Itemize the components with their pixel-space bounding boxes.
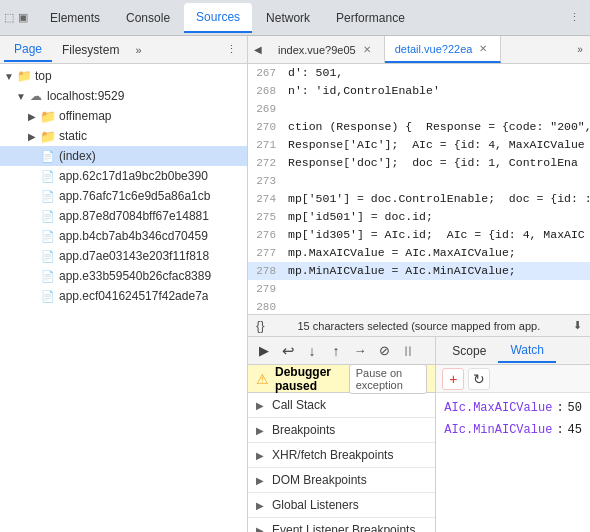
tab-elements[interactable]: Elements <box>38 3 112 33</box>
code-line-274: 274 mp['501'] = doc.ControlEnable; doc =… <box>248 190 590 208</box>
step-over-button[interactable]: ↩ <box>278 341 298 361</box>
watch-colon-0: : <box>556 398 563 418</box>
status-bar: {} 15 characters selected (source mapped… <box>248 314 590 336</box>
accordion-xhr-breakpoints: ▶ XHR/fetch Breakpoints <box>248 443 435 468</box>
code-line-278: 278 mp.MinAICValue = AIc.MinAICValue; <box>248 262 590 280</box>
deactivate-breakpoints-button[interactable]: ⊘ <box>374 341 394 361</box>
accordion-header-global-listeners[interactable]: ▶ Global Listeners <box>248 493 435 517</box>
accordion-title-event-listener-breakpoints: Event Listener Breakpoints <box>272 523 415 532</box>
watch-items-list: AIc.MaxAICValue : 50 AIc.MinAICValue : 4… <box>436 393 590 532</box>
accordion-arrow-breakpoints: ▶ <box>256 425 268 436</box>
more-tabs-icon[interactable]: ⋮ <box>563 11 586 24</box>
tree-item-app2[interactable]: ▶ 📄 app.76afc71c6e9d5a86a1cb <box>0 186 247 206</box>
tree-item-static[interactable]: ▶ 📁 static <box>0 126 247 146</box>
tree-item-offinemap[interactable]: ▶ 📁 offinemap <box>0 106 247 126</box>
watch-colon-1: : <box>556 420 563 440</box>
tab-performance[interactable]: Performance <box>324 3 417 33</box>
tree-item-app7[interactable]: ▶ 📄 app.ecf041624517f42ade7a <box>0 286 247 306</box>
sub-tab-filesystem[interactable]: Filesystem <box>52 39 129 61</box>
accordion-dom-breakpoints: ▶ DOM Breakpoints <box>248 468 435 493</box>
bottom-right: Scope Watch + ↻ AIc.MaxAICValue : 50 <box>436 337 590 532</box>
tree-item-app4[interactable]: ▶ 📄 app.b4cb7ab4b346cd70459 <box>0 226 247 246</box>
watch-refresh-button[interactable]: ↻ <box>468 368 490 390</box>
file-tree: ▼ 📁 top ▼ ☁ localhost:9529 ▶ 📁 offinemap <box>0 64 247 532</box>
tree-arrow-offinemap: ▶ <box>28 111 40 122</box>
source-tab-left-arrow[interactable]: ◀ <box>248 36 268 63</box>
scope-tab[interactable]: Scope <box>440 340 498 362</box>
accordion-arrow-global-listeners: ▶ <box>256 500 268 511</box>
status-right-icon[interactable]: ⬇ <box>573 319 582 332</box>
tree-label-top: top <box>35 69 52 83</box>
sub-tab-page[interactable]: Page <box>4 38 52 62</box>
accordion-header-xhr-breakpoints[interactable]: ▶ XHR/fetch Breakpoints <box>248 443 435 467</box>
accordion-header-dom-breakpoints[interactable]: ▶ DOM Breakpoints <box>248 468 435 492</box>
resume-button[interactable]: ▶ <box>254 341 274 361</box>
tree-arrow-top: ▼ <box>4 71 16 82</box>
step-into-button[interactable]: ↓ <box>302 341 322 361</box>
accordion-breakpoints: ▶ Breakpoints <box>248 418 435 443</box>
accordion-arrow-dom-breakpoints: ▶ <box>256 475 268 486</box>
pause-on-exception-input[interactable]: Pause on exception <box>349 364 428 394</box>
code-line-279: 279 <box>248 280 590 298</box>
code-line-272: 272 Response['doc']; doc = {id: 1, Contr… <box>248 154 590 172</box>
source-tab-detail-vue-label: detail.vue?22ea <box>395 43 473 55</box>
left-panel: Page Filesystem » ⋮ ▼ 📁 top ▼ ☁ localhos… <box>0 36 248 532</box>
tab-console[interactable]: Console <box>114 3 182 33</box>
source-tab-index-vue-close[interactable]: ✕ <box>360 43 374 57</box>
folder-icon: 📁 <box>16 68 32 84</box>
devtools-dock-icon[interactable]: ▣ <box>18 11 28 24</box>
tree-label-offinemap: offinemap <box>59 109 111 123</box>
accordion-arrow-call-stack: ▶ <box>256 400 268 411</box>
tab-sources[interactable]: Sources <box>184 3 252 33</box>
file-icon-app5: 📄 <box>40 248 56 264</box>
tree-label-app7: app.ecf041624517f42ade7a <box>59 289 208 303</box>
source-tab-detail-vue[interactable]: detail.vue?22ea ✕ <box>385 36 502 63</box>
accordion-header-event-listener-breakpoints[interactable]: ▶ Event Listener Breakpoints <box>248 518 435 532</box>
pretty-print-icon[interactable]: {} <box>256 318 265 333</box>
sub-tab-more-icon[interactable]: » <box>129 40 147 60</box>
tree-item-app3[interactable]: ▶ 📄 app.87e8d7084bff67e14881 <box>0 206 247 226</box>
tree-item-app1[interactable]: ▶ 📄 app.62c17d1a9bc2b0be390 <box>0 166 247 186</box>
pause-on-exceptions-button[interactable]: ⏸ <box>398 341 418 361</box>
code-line-268: 268 n': 'id,ControlEnable' <box>248 82 590 100</box>
watch-add-button[interactable]: + <box>442 368 464 390</box>
debugger-paused-label: Debugger paused <box>275 365 343 393</box>
file-icon-app4: 📄 <box>40 228 56 244</box>
devtools-undock-icon[interactable]: ⬚ <box>4 11 14 24</box>
tree-label-static: static <box>59 129 87 143</box>
tree-arrow-localhost: ▼ <box>16 91 28 102</box>
accordion-title-global-listeners: Global Listeners <box>272 498 359 512</box>
tree-item-index[interactable]: ▶ 📄 (index) <box>0 146 247 166</box>
tree-label-app6: app.e33b59540b26cfac8389 <box>59 269 211 283</box>
accordion-title-breakpoints: Breakpoints <box>272 423 335 437</box>
source-tab-detail-vue-close[interactable]: ✕ <box>476 42 490 56</box>
main-layout: Page Filesystem » ⋮ ▼ 📁 top ▼ ☁ localhos… <box>0 36 590 532</box>
accordion-header-call-stack[interactable]: ▶ Call Stack <box>248 393 435 417</box>
bottom-panel: ▶ ↩ ↓ ↑ → ⊘ ⏸ ⚠ Debugger paused Pause on… <box>248 336 590 532</box>
step-out-button[interactable]: ↑ <box>326 341 346 361</box>
code-line-269: 269 <box>248 100 590 118</box>
accordion-arrow-xhr-breakpoints: ▶ <box>256 450 268 461</box>
tree-item-app6[interactable]: ▶ 📄 app.e33b59540b26cfac8389 <box>0 266 247 286</box>
watch-item-0: AIc.MaxAICValue : 50 <box>444 397 582 419</box>
tree-item-top[interactable]: ▼ 📁 top <box>0 66 247 86</box>
source-tab-index-vue-label: index.vue?9e05 <box>278 44 356 56</box>
tree-item-localhost[interactable]: ▼ ☁ localhost:9529 <box>0 86 247 106</box>
file-icon-app2: 📄 <box>40 188 56 204</box>
folder-icon-offinemap: 📁 <box>40 108 56 124</box>
tab-network[interactable]: Network <box>254 3 322 33</box>
code-line-276: 276 mp['id305'] = AIc.id; AIc = {id: 4, … <box>248 226 590 244</box>
watch-tab[interactable]: Watch <box>498 339 556 363</box>
source-tab-index-vue[interactable]: index.vue?9e05 ✕ <box>268 36 385 63</box>
accordion-header-breakpoints[interactable]: ▶ Breakpoints <box>248 418 435 442</box>
accordion-title-call-stack: Call Stack <box>272 398 326 412</box>
file-icon-app6: 📄 <box>40 268 56 284</box>
source-tab-more-icon[interactable]: » <box>570 44 590 55</box>
sub-tab-menu-icon[interactable]: ⋮ <box>220 39 243 60</box>
accordion-list: ▶ Call Stack ▶ Breakpoints ▶ XHR/f <box>248 393 435 532</box>
tree-item-app5[interactable]: ▶ 📄 app.d7ae03143e203f11f818 <box>0 246 247 266</box>
watch-key-0: AIc.MaxAICValue <box>444 398 552 418</box>
tree-label-app1: app.62c17d1a9bc2b0be390 <box>59 169 208 183</box>
code-area[interactable]: 267 d': 501, 268 n': 'id,ControlEnable' … <box>248 64 590 314</box>
step-button[interactable]: → <box>350 341 370 361</box>
